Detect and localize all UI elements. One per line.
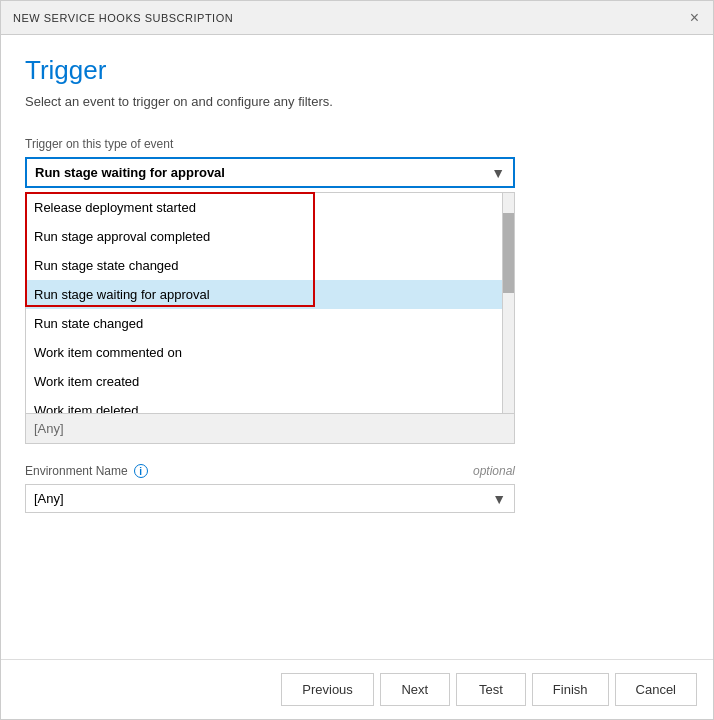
dialog-content: Trigger Select an event to trigger on an… <box>1 35 713 659</box>
list-item-run-stage-waiting[interactable]: Run stage waiting for approval <box>26 280 502 309</box>
test-button[interactable]: Test <box>456 673 526 706</box>
trigger-selected-text: Run stage waiting for approval <box>35 165 225 180</box>
dropdown-scrollbar[interactable] <box>502 193 514 413</box>
dialog-title: NEW SERVICE HOOKS SUBSCRIPTION <box>13 12 233 24</box>
info-icon[interactable]: i <box>134 464 148 478</box>
env-label-left: Environment Name i <box>25 464 148 478</box>
cancel-button[interactable]: Cancel <box>615 673 697 706</box>
env-dropdown-arrow-icon: ▼ <box>492 491 506 507</box>
page-subtitle: Select an event to trigger on and config… <box>25 94 689 109</box>
next-button[interactable]: Next <box>380 673 450 706</box>
finish-button[interactable]: Finish <box>532 673 609 706</box>
list-item[interactable]: Run state changed <box>26 309 502 338</box>
titlebar: NEW SERVICE HOOKS SUBSCRIPTION × <box>1 1 713 35</box>
list-item[interactable]: Work item created <box>26 367 502 396</box>
close-button[interactable]: × <box>688 10 701 26</box>
dialog: NEW SERVICE HOOKS SUBSCRIPTION × Trigger… <box>0 0 714 720</box>
env-dropdown[interactable]: [Any] ▼ <box>25 484 515 513</box>
trigger-field-label: Trigger on this type of event <box>25 137 689 151</box>
env-label-row: Environment Name i optional <box>25 464 515 478</box>
any-filter: [Any] <box>25 414 515 444</box>
list-item[interactable]: Work item deleted <box>26 396 502 413</box>
previous-button[interactable]: Previous <box>281 673 374 706</box>
optional-label: optional <box>473 464 515 478</box>
trigger-dropdown-selected[interactable]: Run stage waiting for approval ▼ <box>25 157 515 188</box>
list-item[interactable]: Run stage approval completed <box>26 222 502 251</box>
env-field-label: Environment Name <box>25 464 128 478</box>
trigger-dropdown-list-wrapper: Release deployment started Run stage app… <box>25 192 515 414</box>
env-section: Environment Name i optional [Any] ▼ <box>25 464 689 513</box>
dialog-footer: Previous Next Test Finish Cancel <box>1 659 713 719</box>
page-title: Trigger <box>25 55 689 86</box>
list-item[interactable]: Run stage state changed <box>26 251 502 280</box>
trigger-dropdown-arrow-icon: ▼ <box>491 165 505 181</box>
scrollbar-thumb <box>503 213 514 293</box>
env-dropdown-value: [Any] <box>34 491 64 506</box>
trigger-dropdown-list[interactable]: Release deployment started Run stage app… <box>26 193 502 413</box>
trigger-dropdown-container: Run stage waiting for approval ▼ <box>25 157 515 188</box>
list-item[interactable]: Release deployment started <box>26 193 502 222</box>
list-item[interactable]: Work item commented on <box>26 338 502 367</box>
